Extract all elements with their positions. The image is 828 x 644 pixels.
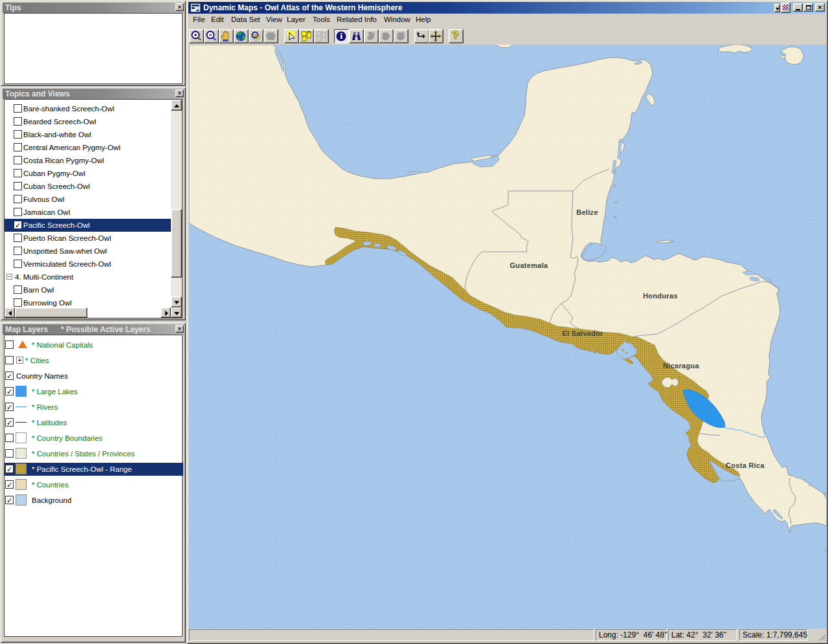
svg-text:El Salvador: El Salvador bbox=[562, 329, 603, 337]
svg-text:Honduras: Honduras bbox=[643, 292, 678, 300]
svg-text:Nicaragua: Nicaragua bbox=[663, 362, 699, 370]
svg-text:Belize: Belize bbox=[576, 208, 598, 216]
svg-text:Costa Rica: Costa Rica bbox=[726, 461, 765, 469]
svg-text:Guatemala: Guatemala bbox=[510, 261, 549, 269]
